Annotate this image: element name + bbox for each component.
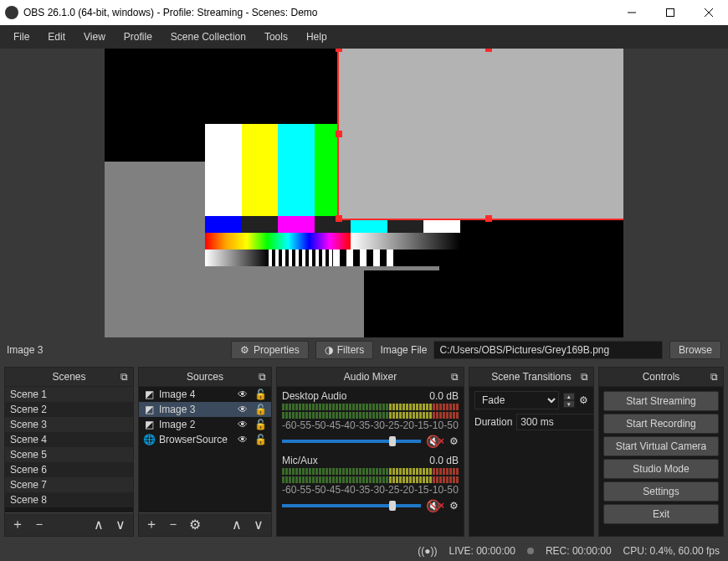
channel-settings-button[interactable]: ⚙ bbox=[449, 435, 459, 447]
controls-header: Controls ⧉ bbox=[599, 368, 723, 387]
svg-line-3 bbox=[705, 8, 713, 17]
duration-input[interactable] bbox=[516, 414, 593, 430]
channel-name: Mic/Aux bbox=[282, 455, 318, 466]
filters-button[interactable]: ◑ Filters bbox=[315, 341, 374, 359]
source-item[interactable]: 🌐BrowserSource👁🔓 bbox=[139, 432, 271, 447]
channel-settings-button[interactable]: ⚙ bbox=[449, 500, 459, 512]
properties-label: Properties bbox=[254, 344, 300, 356]
move-scene-up-button[interactable]: ∧ bbox=[91, 517, 106, 533]
move-source-up-button[interactable]: ∧ bbox=[229, 517, 244, 533]
status-live: LIVE: 00:00:00 bbox=[449, 545, 515, 557]
start-recording-button[interactable]: Start Recording bbox=[603, 414, 719, 434]
move-scene-down-button[interactable]: ∨ bbox=[113, 517, 128, 533]
context-source-name: Image 3 bbox=[7, 344, 224, 356]
source-item[interactable]: ◩Image 3👁🔓 bbox=[139, 402, 271, 417]
scene-item[interactable]: Scene 1 bbox=[5, 387, 133, 402]
scene-item[interactable]: Scene 2 bbox=[5, 402, 133, 417]
image-icon: ◩ bbox=[143, 389, 155, 400]
menu-tools[interactable]: Tools bbox=[256, 28, 296, 45]
close-button[interactable] bbox=[690, 0, 728, 25]
transitions-body: Fade ▴ ▾ ⚙ Duration ▴ ▾ bbox=[469, 387, 593, 536]
add-source-button[interactable]: ＋ bbox=[144, 516, 159, 533]
menu-edit[interactable]: Edit bbox=[39, 28, 74, 45]
properties-button[interactable]: ⚙ Properties bbox=[231, 341, 309, 359]
settings-button[interactable]: Settings bbox=[603, 481, 719, 502]
lock-toggle[interactable]: 🔓 bbox=[254, 404, 267, 415]
preview-area[interactable] bbox=[0, 49, 728, 337]
start-streaming-button[interactable]: Start Streaming bbox=[603, 391, 719, 411]
browse-button[interactable]: Browse bbox=[669, 341, 721, 359]
mute-button[interactable]: 🔇× bbox=[426, 435, 444, 448]
popout-icon[interactable]: ⧉ bbox=[708, 371, 720, 383]
transition-settings-button[interactable]: ⚙ bbox=[579, 394, 588, 406]
transitions-header: Scene Transitions ⧉ bbox=[469, 368, 593, 387]
scenes-list[interactable]: Scene 1Scene 2Scene 3Scene 4Scene 5Scene… bbox=[5, 387, 133, 512]
remove-scene-button[interactable]: － bbox=[32, 516, 47, 533]
menu-help[interactable]: Help bbox=[298, 28, 336, 45]
svg-line-2 bbox=[705, 8, 713, 17]
popout-icon[interactable]: ⧉ bbox=[578, 371, 590, 383]
popout-icon[interactable]: ⧉ bbox=[118, 371, 130, 383]
scene-item[interactable]: Scene 6 bbox=[5, 462, 133, 477]
source-label: Image 3 bbox=[159, 404, 232, 415]
status-cpu: CPU: 0.4%, 60.00 fps bbox=[623, 545, 720, 557]
source-context-bar: Image 3 ⚙ Properties ◑ Filters Image Fil… bbox=[0, 337, 728, 363]
visibility-toggle[interactable]: 👁 bbox=[236, 404, 249, 415]
menu-file[interactable]: File bbox=[5, 28, 38, 45]
db-scale: -60-55-50-45-40-35-30-25-20-15-10-50 bbox=[282, 419, 459, 431]
scene-item[interactable]: Scene 8 bbox=[5, 492, 133, 507]
globe-icon: 🌐 bbox=[143, 434, 155, 445]
scene-item[interactable]: Scene 5 bbox=[5, 447, 133, 462]
menu-view[interactable]: View bbox=[75, 28, 114, 45]
preview-canvas[interactable] bbox=[105, 49, 623, 337]
lock-toggle[interactable]: 🔓 bbox=[254, 419, 267, 430]
scene-item[interactable]: Scene 3 bbox=[5, 417, 133, 432]
add-scene-button[interactable]: ＋ bbox=[10, 516, 25, 533]
lock-toggle[interactable]: 🔓 bbox=[254, 434, 267, 445]
start-virtual-camera-button[interactable]: Start Virtual Camera bbox=[603, 436, 719, 456]
mixer-channel: Desktop Audio0.0 dB -60-55-50-45-40-35-3… bbox=[282, 390, 459, 448]
move-source-down-button[interactable]: ∨ bbox=[251, 517, 266, 533]
lock-toggle[interactable]: 🔓 bbox=[254, 389, 267, 400]
channel-name: Desktop Audio bbox=[282, 390, 346, 402]
selection-frame[interactable] bbox=[337, 49, 623, 220]
popout-icon[interactable]: ⧉ bbox=[449, 371, 460, 383]
status-rec: REC: 00:00:00 bbox=[546, 545, 612, 557]
source-label: BrowserSource bbox=[159, 434, 232, 445]
popout-icon[interactable]: ⧉ bbox=[256, 371, 268, 383]
browse-label: Browse bbox=[679, 344, 712, 356]
scene-item[interactable]: Scene 4 bbox=[5, 432, 133, 447]
source-item[interactable]: ◩Image 4👁🔓 bbox=[139, 387, 271, 402]
channel-level: 0.0 dB bbox=[429, 455, 459, 466]
visibility-toggle[interactable]: 👁 bbox=[236, 434, 249, 445]
image-icon: ◩ bbox=[143, 404, 155, 415]
visibility-toggle[interactable]: 👁 bbox=[236, 389, 249, 400]
menu-scene-collection[interactable]: Scene Collection bbox=[162, 28, 254, 45]
remove-source-button[interactable]: － bbox=[166, 516, 181, 533]
controls-title: Controls bbox=[643, 371, 680, 383]
studio-mode-button[interactable]: Studio Mode bbox=[603, 459, 719, 479]
source-properties-button[interactable]: ⚙ bbox=[187, 517, 203, 533]
rec-indicator-icon bbox=[527, 548, 534, 554]
controls-body: Start StreamingStart RecordingStart Virt… bbox=[599, 387, 723, 536]
mixer-channel: Mic/Aux0.0 dB -60-55-50-45-40-35-30-25-2… bbox=[282, 455, 459, 512]
visibility-toggle[interactable]: 👁 bbox=[236, 419, 249, 430]
source-label: Image 4 bbox=[159, 389, 232, 400]
exit-button[interactable]: Exit bbox=[603, 504, 719, 524]
volume-slider[interactable] bbox=[282, 440, 421, 443]
source-item[interactable]: ◩Image 2👁🔓 bbox=[139, 417, 271, 432]
sources-list[interactable]: ◩Image 4👁🔓◩Image 3👁🔓◩Image 2👁🔓🌐BrowserSo… bbox=[139, 387, 271, 512]
mute-button[interactable]: 🔇× bbox=[426, 499, 444, 512]
level-meter bbox=[282, 468, 459, 475]
transition-up-button[interactable]: ▴ bbox=[563, 393, 575, 400]
transition-down-button[interactable]: ▾ bbox=[563, 400, 575, 408]
menu-profile[interactable]: Profile bbox=[115, 28, 161, 45]
minimize-button[interactable] bbox=[613, 0, 651, 25]
image-file-input[interactable] bbox=[433, 341, 663, 359]
maximize-button[interactable] bbox=[651, 0, 690, 25]
volume-slider[interactable] bbox=[282, 504, 421, 507]
transition-select[interactable]: Fade bbox=[474, 391, 559, 409]
scene-item[interactable]: Scene 7 bbox=[5, 477, 133, 492]
sources-header: Sources ⧉ bbox=[139, 368, 271, 387]
sources-panel: Sources ⧉ ◩Image 4👁🔓◩Image 3👁🔓◩Image 2👁🔓… bbox=[138, 367, 272, 537]
